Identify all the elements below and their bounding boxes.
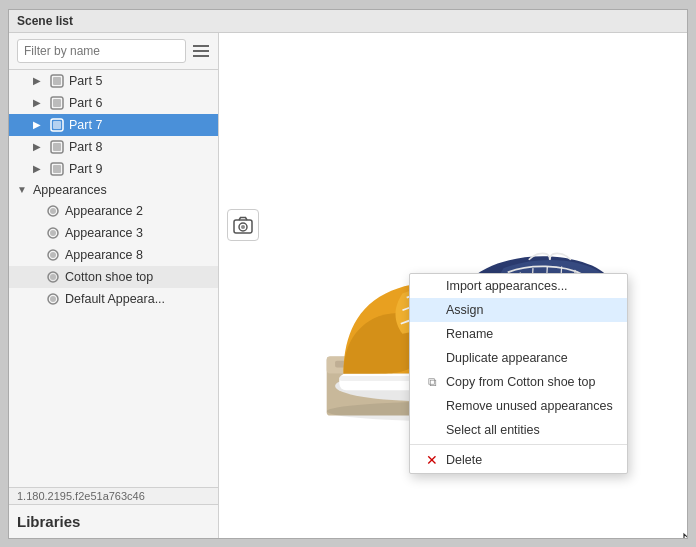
sidebar-item-part7[interactable]: ▶ Part 7: [9, 114, 218, 136]
camera-button[interactable]: [227, 209, 259, 241]
svg-point-25: [241, 225, 245, 229]
context-menu-rename[interactable]: Rename: [410, 322, 627, 346]
title-bar: Scene list: [9, 10, 687, 33]
context-menu: Import appearances... Assign Rename D: [409, 273, 628, 474]
status-bar: 1.180.2195.f2e51a763c46: [9, 487, 218, 504]
expand-arrow-part9: ▶: [33, 163, 45, 174]
appearances-section[interactable]: ▼ Appearances: [9, 180, 218, 200]
context-menu-duplicate-label: Duplicate appearance: [446, 351, 568, 365]
sidebar-item-part5[interactable]: ▶ Part 5: [9, 70, 218, 92]
appearance-icon-app2: [45, 203, 61, 219]
item-label-app2: Appearance 2: [65, 204, 210, 218]
libraries-section: Libraries: [9, 504, 218, 538]
context-menu-import-label: Import appearances...: [446, 279, 568, 293]
appearance-icon-cotton: [45, 269, 61, 285]
svg-rect-8: [53, 121, 61, 129]
appearance-icon-app3: [45, 225, 61, 241]
context-menu-copy-from[interactable]: ⧉ Copy from Cotton shoe top: [410, 370, 627, 394]
part-icon-part8: [49, 139, 65, 155]
svg-point-14: [50, 208, 56, 214]
context-menu-separator: [410, 444, 627, 445]
sidebar-item-appearance3[interactable]: Appearance 3: [9, 222, 218, 244]
main-window: Scene list ▶: [8, 9, 688, 539]
expand-arrow-part8: ▶: [33, 141, 45, 152]
svg-rect-12: [53, 165, 61, 173]
context-menu-copy-from-label: Copy from Cotton shoe top: [446, 375, 595, 389]
sidebar-item-default[interactable]: Default Appeara...: [9, 288, 218, 310]
svg-rect-10: [53, 143, 61, 151]
context-menu-remove-unused-label: Remove unused appearances: [446, 399, 613, 413]
sidebar: ▶ Part 5 ▶ Part 6 ▶: [9, 33, 219, 538]
item-label-part9: Part 9: [69, 162, 210, 176]
item-label-app3: Appearance 3: [65, 226, 210, 240]
sidebar-item-cotton[interactable]: Cotton shoe top: [9, 266, 218, 288]
appearance-icon-default: [45, 291, 61, 307]
context-menu-import[interactable]: Import appearances...: [410, 274, 627, 298]
expand-arrow-part5: ▶: [33, 75, 45, 86]
list-view-icon[interactable]: [192, 42, 210, 60]
window-title: Scene list: [17, 14, 73, 28]
cursor-icon: [682, 532, 687, 538]
context-menu-select-all[interactable]: Select all entities: [410, 418, 627, 442]
svg-point-20: [50, 274, 56, 280]
part-icon-part7: [49, 117, 65, 133]
item-label-cotton: Cotton shoe top: [65, 270, 210, 284]
filter-input[interactable]: [17, 39, 186, 63]
sidebar-item-appearance2[interactable]: Appearance 2: [9, 200, 218, 222]
appearances-label: Appearances: [33, 183, 210, 197]
svg-point-22: [50, 296, 56, 302]
context-menu-delete[interactable]: ✕ Delete: [410, 447, 627, 473]
sidebar-item-part8[interactable]: ▶ Part 8: [9, 136, 218, 158]
part-icon-part6: [49, 95, 65, 111]
sidebar-item-part6[interactable]: ▶ Part 6: [9, 92, 218, 114]
svg-rect-1: [193, 50, 209, 52]
svg-rect-2: [193, 55, 209, 57]
svg-rect-6: [53, 99, 61, 107]
svg-rect-0: [193, 45, 209, 47]
context-menu-assign-label: Assign: [446, 303, 484, 317]
item-label-part7: Part 7: [69, 118, 210, 132]
sidebar-item-part9[interactable]: ▶ Part 9: [9, 158, 218, 180]
main-view: Import appearances... Assign Rename D: [219, 33, 687, 538]
context-menu-rename-label: Rename: [446, 327, 493, 341]
expand-arrow-part7: ▶: [33, 119, 45, 130]
svg-point-16: [50, 230, 56, 236]
delete-icon: ✕: [424, 452, 440, 468]
context-menu-duplicate[interactable]: Duplicate appearance: [410, 346, 627, 370]
sidebar-scroll: ▶ Part 5 ▶ Part 6 ▶: [9, 70, 218, 487]
context-menu-select-all-label: Select all entities: [446, 423, 540, 437]
item-label-part6: Part 6: [69, 96, 210, 110]
item-label-default: Default Appeara...: [65, 292, 210, 306]
expand-arrow-appearances: ▼: [17, 184, 29, 195]
context-menu-remove-unused[interactable]: Remove unused appearances: [410, 394, 627, 418]
sidebar-header: [9, 33, 218, 70]
svg-rect-4: [53, 77, 61, 85]
item-label-app8: Appearance 8: [65, 248, 210, 262]
item-label-part8: Part 8: [69, 140, 210, 154]
part-icon-part5: [49, 73, 65, 89]
context-menu-assign[interactable]: Assign: [410, 298, 627, 322]
status-text: 1.180.2195.f2e51a763c46: [17, 490, 145, 502]
content-area: ▶ Part 5 ▶ Part 6 ▶: [9, 33, 687, 538]
context-menu-delete-label: Delete: [446, 453, 482, 467]
sidebar-item-appearance8[interactable]: Appearance 8: [9, 244, 218, 266]
item-label-part5: Part 5: [69, 74, 210, 88]
libraries-label: Libraries: [17, 513, 80, 530]
appearance-icon-app8: [45, 247, 61, 263]
svg-marker-45: [684, 534, 687, 538]
part-icon-part9: [49, 161, 65, 177]
expand-arrow-part6: ▶: [33, 97, 45, 108]
copy-from-icon: ⧉: [424, 375, 440, 389]
svg-point-18: [50, 252, 56, 258]
